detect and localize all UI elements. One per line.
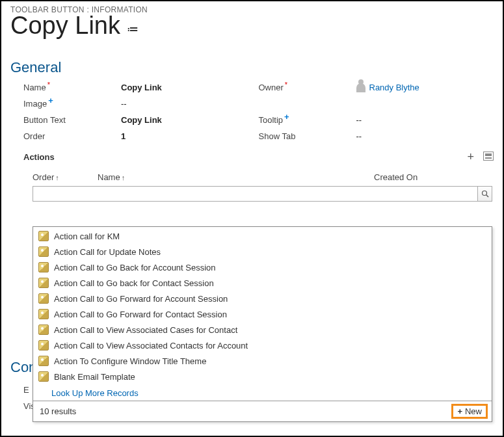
lookup-result-label: Action Call to Go Back for Account Sessi…: [54, 263, 216, 272]
actions-subgrid-title: Actions: [23, 152, 55, 162]
owner-link[interactable]: Randy Blythe: [369, 83, 419, 92]
lookup-result-label: Action Call to Go Forward for Account Se…: [54, 294, 228, 304]
image-label: Image: [23, 99, 47, 109]
lookup-result-item[interactable]: Blank Email Template: [33, 369, 492, 384]
lookup-result-label: Action Call to Go Forward for Contact Se…: [54, 310, 227, 319]
page-title: Copy Link: [10, 12, 120, 40]
lookup-result-label: Action Call to View Associated Cases for…: [54, 325, 237, 335]
required-icon: *: [285, 81, 287, 88]
lookup-result-item[interactable]: Action To Configure Window Title Theme: [33, 353, 492, 369]
order-value[interactable]: 1: [121, 131, 126, 141]
enable-condition-label-part: E: [23, 385, 29, 395]
tooltip-label: Tooltip: [259, 115, 284, 125]
image-value[interactable]: --: [121, 99, 127, 109]
add-record-icon[interactable]: +: [467, 150, 474, 164]
action-call-icon: [38, 324, 49, 335]
search-icon: [481, 190, 489, 198]
lookup-results-count: 10 results: [40, 406, 76, 416]
record-menu-icon[interactable]: ≔: [127, 22, 139, 36]
lookup-result-item[interactable]: Action Call to Go Forward for Contact Se…: [33, 306, 492, 322]
lookup-result-item[interactable]: Action Call to Go Back for Account Sessi…: [33, 259, 492, 275]
showtab-value[interactable]: --: [356, 131, 362, 141]
action-call-icon: [38, 246, 49, 257]
lookup-result-item[interactable]: Action call for KM: [33, 228, 492, 244]
lookup-new-label: New: [465, 406, 482, 416]
action-call-icon: [38, 278, 49, 288]
action-call-icon: [38, 371, 49, 382]
name-value[interactable]: Copy Link: [121, 83, 162, 92]
col-name[interactable]: Name↑: [98, 172, 374, 182]
action-call-icon: [38, 262, 49, 272]
col-created-on[interactable]: Created On: [374, 172, 484, 182]
list-view-icon[interactable]: [483, 150, 494, 164]
name-label: Name: [23, 83, 46, 92]
lookup-result-label: Action To Configure Window Title Theme: [54, 356, 206, 366]
lookup-dropdown: Action call for KMAction Call for Update…: [33, 226, 492, 422]
action-call-icon: [38, 340, 49, 351]
tooltip-value[interactable]: --: [356, 115, 362, 125]
lookup-result-label: Action Call to View Associated Contacts …: [54, 341, 248, 351]
order-label: Order: [23, 131, 45, 141]
form-general: Name* Copy Link Owner* Randy Blythe Imag…: [1, 83, 503, 141]
section-general-title: General: [10, 59, 494, 76]
lookup-result-label: Action Call for Update Notes: [54, 247, 161, 257]
lookup-result-item[interactable]: Action Call to Go Forward for Account Se…: [33, 291, 492, 306]
lookup-search-button[interactable]: [477, 187, 492, 201]
action-call-icon: [38, 293, 49, 304]
button-text-label: Button Text: [23, 115, 66, 125]
action-call-icon: [38, 356, 49, 366]
recommended-icon: +: [284, 114, 289, 120]
required-icon: *: [47, 81, 50, 88]
lookup-result-label: Action Call to Go back for Contact Sessi…: [54, 278, 214, 288]
lookup-new-button[interactable]: + New: [451, 404, 488, 419]
user-icon: [356, 83, 365, 92]
lookup-more-records-link[interactable]: Look Up More Records: [33, 386, 492, 401]
owner-value[interactable]: Randy Blythe: [356, 83, 419, 92]
lookup-result-label: Action call for KM: [54, 232, 120, 241]
svg-line-1: [486, 195, 488, 197]
owner-label: Owner: [259, 83, 284, 92]
lookup-results-list[interactable]: Action call for KMAction Call for Update…: [33, 227, 492, 386]
sort-asc-icon: ↑: [55, 174, 59, 181]
col-order[interactable]: Order↑: [33, 172, 98, 182]
action-call-icon: [38, 231, 49, 241]
recommended-icon: +: [48, 98, 53, 104]
actions-grid-header: Order↑ Name↑ Created On: [33, 169, 484, 185]
lookup-result-item[interactable]: Action Call to Go back for Contact Sessi…: [33, 275, 492, 291]
action-call-icon: [38, 309, 49, 319]
button-text-value[interactable]: Copy Link: [121, 115, 162, 125]
lookup-result-item[interactable]: Action Call to View Associated Contacts …: [33, 338, 492, 353]
lookup-result-item[interactable]: Action Call for Update Notes: [33, 244, 492, 259]
lookup-input[interactable]: [33, 186, 492, 202]
sort-asc-icon: ↑: [122, 174, 126, 181]
showtab-label: Show Tab: [259, 131, 296, 141]
lookup-result-label: Blank Email Template: [54, 372, 135, 382]
plus-icon: +: [457, 406, 462, 416]
svg-point-0: [482, 191, 486, 196]
lookup-result-item[interactable]: Action Call to View Associated Cases for…: [33, 322, 492, 338]
